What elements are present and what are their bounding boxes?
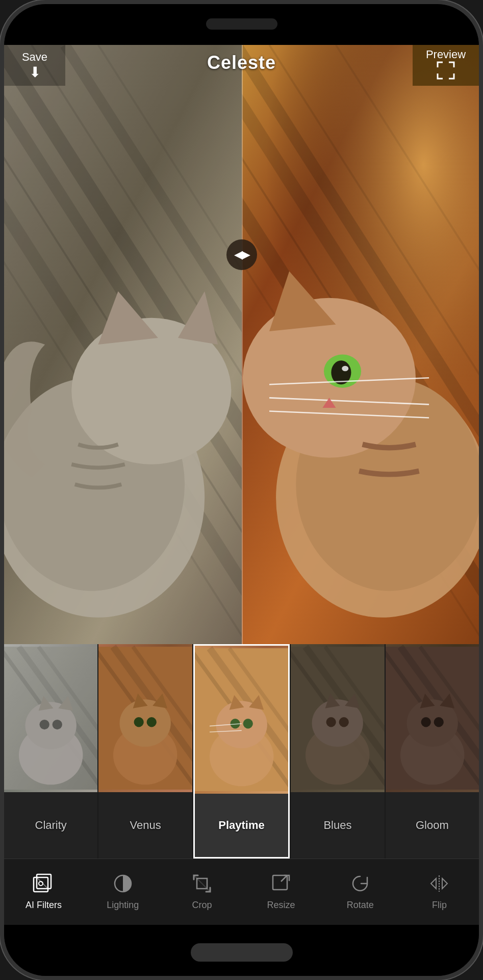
- filter-thumb-blues: [291, 644, 384, 792]
- filter-label-blues-bg: Blues: [291, 792, 384, 859]
- app-title-text: Celeste: [207, 52, 276, 74]
- crop-icon: [192, 873, 212, 897]
- filter-label-clarity-bg: Clarity: [4, 792, 97, 859]
- filter-label-gloom: Gloom: [416, 819, 449, 832]
- preview-expand-icon: [437, 61, 455, 83]
- filter-item-venus[interactable]: Venus: [98, 644, 192, 859]
- filter-thumb-clarity: [4, 644, 97, 792]
- lighting-icon: [113, 873, 133, 897]
- app-title-bar: Celeste: [4, 45, 479, 81]
- toolbar-label-crop: Crop: [192, 900, 212, 911]
- resize-icon: [271, 873, 291, 897]
- toolbar-item-crop[interactable]: Crop: [162, 859, 241, 925]
- svg-point-28: [342, 366, 348, 371]
- filter-label-playtime-bg: Playtime: [195, 794, 288, 857]
- toolbar-item-flip[interactable]: Flip: [400, 859, 479, 925]
- flip-icon: [429, 873, 449, 897]
- rotate-icon: [350, 873, 370, 897]
- svg-point-75: [326, 717, 336, 727]
- svg-point-64: [243, 719, 252, 728]
- bottom-toolbar: AI Filters Lighting: [4, 859, 479, 925]
- filter-item-gloom[interactable]: Gloom: [386, 644, 479, 859]
- filter-item-playtime[interactable]: Playtime: [193, 644, 290, 859]
- svg-rect-87: [34, 877, 48, 892]
- filter-item-blues[interactable]: Blues: [291, 644, 384, 859]
- toolbar-label-lighting: Lighting: [107, 900, 139, 911]
- filter-label-venus: Venus: [130, 819, 161, 832]
- filter-strip: Clarity: [4, 644, 479, 859]
- filter-thumb-gloom: [386, 644, 479, 792]
- photo-area: ◀▶ Celeste Save ⬇ Preview: [4, 45, 479, 644]
- toolbar-item-rotate[interactable]: Rotate: [321, 859, 400, 925]
- toolbar-label-flip: Flip: [432, 900, 447, 911]
- filter-thumb-venus: [98, 644, 192, 792]
- photo-right: [242, 45, 479, 644]
- svg-point-85: [421, 717, 430, 727]
- save-button[interactable]: Save ⬇: [4, 45, 65, 86]
- svg-rect-88: [37, 874, 51, 889]
- app-content: ◀▶ Celeste Save ⬇ Preview: [4, 45, 479, 925]
- toolbar-label-resize: Resize: [267, 900, 295, 911]
- svg-point-90: [39, 881, 43, 886]
- svg-point-54: [147, 717, 157, 727]
- toolbar-label-ai-filters: AI Filters: [26, 900, 62, 911]
- photo-left: [4, 45, 242, 644]
- compare-handle[interactable]: ◀▶: [226, 239, 257, 270]
- phone-frame: ◀▶ Celeste Save ⬇ Preview: [0, 0, 483, 980]
- ai-filters-icon: [33, 873, 55, 897]
- svg-point-43: [40, 720, 49, 729]
- filter-label-blues: Blues: [323, 819, 351, 832]
- filter-label-gloom-bg: Gloom: [386, 792, 479, 859]
- toolbar-item-resize[interactable]: Resize: [242, 859, 321, 925]
- split-divider: [242, 45, 243, 644]
- preview-button[interactable]: Preview: [413, 45, 479, 86]
- svg-point-44: [53, 720, 62, 729]
- preview-label: Preview: [426, 48, 466, 61]
- speaker: [206, 18, 277, 30]
- toolbar-item-ai-filters[interactable]: AI Filters: [4, 859, 83, 925]
- compare-arrows-icon: ◀▶: [234, 248, 249, 261]
- svg-point-53: [134, 717, 144, 727]
- home-indicator[interactable]: [191, 943, 293, 962]
- filter-thumbnails-row: Clarity: [4, 644, 479, 859]
- filter-label-clarity: Clarity: [35, 819, 67, 832]
- filter-label-venus-bg: Venus: [98, 792, 192, 859]
- save-label: Save: [22, 51, 47, 64]
- svg-point-76: [339, 717, 349, 727]
- phone-inner: ◀▶ Celeste Save ⬇ Preview: [4, 4, 479, 976]
- toolbar-item-lighting[interactable]: Lighting: [83, 859, 162, 925]
- filter-label-playtime: Playtime: [218, 819, 265, 832]
- filter-item-clarity[interactable]: Clarity: [4, 644, 97, 859]
- save-icon: ⬇: [29, 64, 41, 81]
- svg-line-95: [281, 875, 287, 881]
- svg-point-86: [434, 717, 443, 727]
- toolbar-label-rotate: Rotate: [347, 900, 374, 911]
- filter-thumb-playtime: [195, 646, 288, 794]
